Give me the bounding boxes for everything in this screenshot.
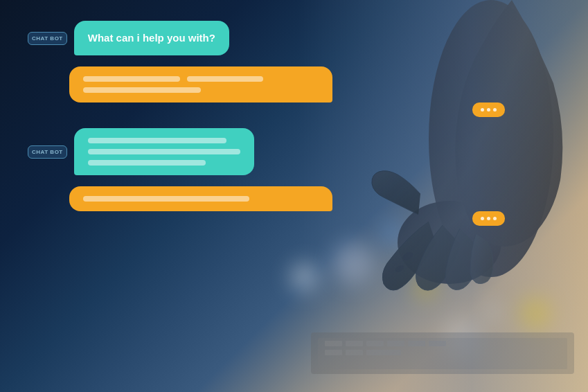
placeholder-line (83, 196, 249, 202)
placeholder-lines-1 (83, 76, 319, 93)
line-row (83, 76, 319, 82)
bot-bubble-2 (74, 128, 254, 175)
chatbot-label-1: CHAT BOT (28, 32, 67, 45)
background: CHAT BOT What can i help you with? (0, 0, 588, 392)
placeholder-lines-3 (83, 196, 319, 202)
typing-dot (487, 108, 490, 112)
bot-bubble-row-1: CHAT BOT What can i help you with? (28, 21, 560, 55)
placeholder-line (187, 76, 263, 82)
bot-bubble-row-2: CHAT BOT (28, 128, 560, 175)
typing-dot (481, 108, 484, 112)
typing-area-1 (69, 105, 560, 117)
typing-dot (481, 217, 484, 220)
placeholder-line (88, 149, 240, 154)
chat-overlay: CHAT BOT What can i help you with? (0, 0, 588, 392)
user-bubble-1 (69, 66, 332, 103)
placeholder-line (88, 138, 226, 143)
bot-bubble-1: What can i help you with? (74, 21, 229, 55)
placeholder-line (88, 160, 206, 166)
placeholder-line (83, 87, 201, 93)
typing-dot (487, 217, 490, 220)
typing-indicator-2 (472, 211, 505, 226)
typing-area-2 (69, 214, 560, 226)
bot-bubble-text-1: What can i help you with? (88, 32, 215, 44)
placeholder-line (83, 76, 180, 82)
placeholder-lines-2 (88, 138, 240, 166)
typing-dot (493, 108, 497, 112)
typing-indicator-1 (472, 103, 505, 117)
user-bubble-row-2 (28, 186, 560, 226)
user-bubble-row-1 (28, 66, 560, 117)
chatbot-label-2: CHAT BOT (28, 145, 67, 159)
user-bubble-2 (69, 186, 332, 211)
line-row (83, 87, 319, 93)
typing-dot (493, 217, 497, 220)
